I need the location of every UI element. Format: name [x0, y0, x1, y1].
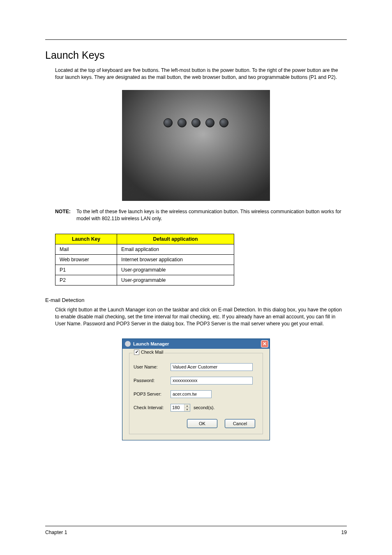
chevron-up-icon[interactable]: ▲	[184, 404, 190, 408]
spinner-buttons[interactable]: ▲ ▼	[184, 404, 190, 411]
close-button[interactable]: ✕	[261, 340, 268, 348]
p1-button-icon	[205, 118, 214, 127]
table-cell: P1	[55, 265, 117, 275]
pop3-row: POP3 Server:	[134, 390, 258, 398]
table-cell: User-programmable	[117, 275, 234, 286]
page-footer: Chapter 1 19	[45, 526, 347, 535]
check-mail-fieldset: ✔ Check Mail User Name: Password: POP3 S…	[129, 353, 263, 434]
launch-key-table: Launch Key Default application Mail Emai…	[55, 234, 234, 286]
table-row: P2 User-programmable	[55, 275, 234, 286]
table-cell: Mail	[55, 244, 117, 255]
password-row: Password:	[134, 377, 258, 385]
interval-suffix: second(s).	[194, 405, 214, 410]
footer-right: 19	[341, 530, 347, 535]
password-label: Password:	[134, 378, 167, 383]
check-mail-checkbox[interactable]: ✔	[134, 350, 139, 355]
interval-input[interactable]	[171, 404, 184, 411]
dialog-body: ✔ Check Mail User Name: Password: POP3 S…	[122, 349, 270, 440]
table-row: Web browser Internet browser application	[55, 255, 234, 265]
dialog-button-row: OK Cancel	[134, 419, 258, 428]
check-mail-label: Check Mail	[141, 350, 163, 355]
table-cell: P2	[55, 275, 117, 286]
table-cell: Email application	[117, 244, 234, 255]
table-cell: Internet browser application	[117, 255, 234, 265]
fieldset-legend: ✔ Check Mail	[133, 350, 164, 355]
web-button-icon	[191, 118, 201, 127]
footer-left: Chapter 1	[45, 530, 67, 535]
power-button-icon	[164, 118, 173, 127]
user-name-row: User Name:	[134, 363, 258, 371]
table-header-row: Launch Key Default application	[55, 234, 234, 244]
subheading-email-detection: E-mail Detection	[45, 297, 347, 303]
user-name-label: User Name:	[134, 364, 167, 369]
laptop-figure	[122, 90, 270, 201]
interval-row: Check Interval: ▲ ▼ second(s).	[134, 404, 258, 412]
pop3-label: POP3 Server:	[134, 391, 167, 396]
mail-button-icon	[178, 118, 187, 127]
dialog-titlebar[interactable]: Launch Manager ✕	[122, 339, 270, 349]
table-header-cell: Launch Key	[55, 234, 117, 244]
note-text: To the left of these five launch keys is…	[76, 208, 347, 222]
section-title: Launch Keys	[45, 49, 347, 61]
password-input[interactable]	[171, 377, 253, 385]
table-header-cell: Default application	[117, 234, 234, 244]
ok-button[interactable]: OK	[187, 419, 217, 428]
chevron-down-icon[interactable]: ▼	[184, 408, 190, 411]
close-icon: ✕	[263, 341, 267, 346]
pop3-input[interactable]	[171, 390, 212, 398]
launch-manager-dialog: Launch Manager ✕ ✔ Check Mail User Name:…	[122, 339, 270, 440]
p2-button-icon	[219, 118, 228, 127]
interval-spinner[interactable]: ▲ ▼	[171, 404, 190, 412]
table-row: Mail Email application	[55, 244, 234, 255]
subparagraph: Click right button at the Launch Manager…	[55, 306, 347, 327]
note-label: NOTE:	[55, 208, 76, 222]
interval-label: Check Interval:	[134, 405, 167, 410]
note-block: NOTE: To the left of these five launch k…	[55, 208, 347, 222]
intro-paragraph: Located at the top of keyboard are five …	[55, 67, 347, 81]
table-cell: User-programmable	[117, 265, 234, 275]
cancel-button[interactable]: Cancel	[225, 419, 255, 428]
table-row: P1 User-programmable	[55, 265, 234, 275]
table-cell: Web browser	[55, 255, 117, 265]
user-name-input[interactable]	[171, 363, 253, 371]
dialog-title-text: Launch Manager	[133, 341, 169, 346]
app-icon	[125, 341, 131, 347]
top-rule	[45, 39, 347, 40]
